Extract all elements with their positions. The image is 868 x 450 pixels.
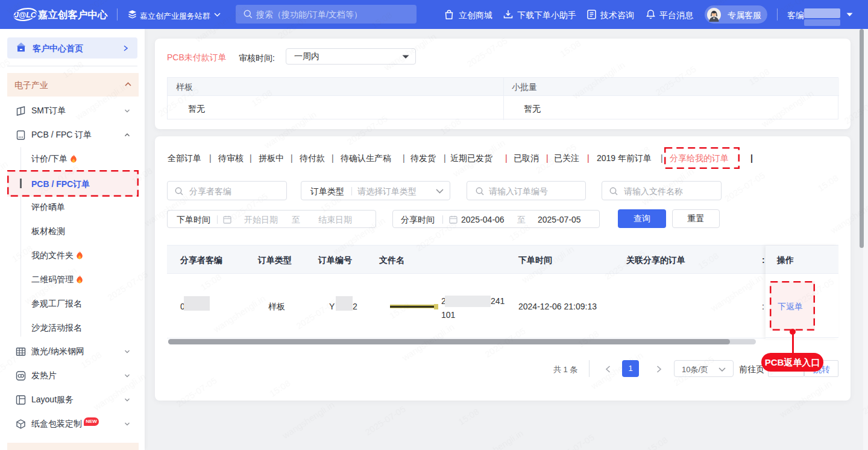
svg-text:J@LC: J@LC (14, 11, 37, 19)
